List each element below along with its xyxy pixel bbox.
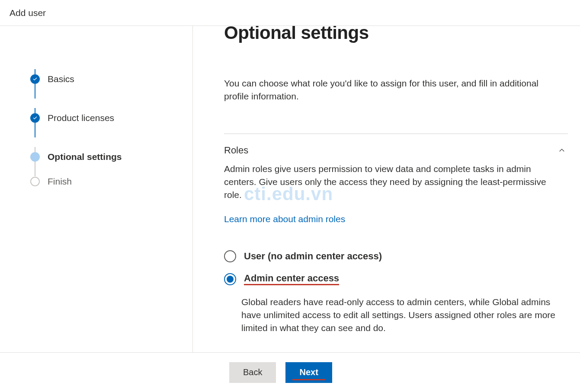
radio-label: User (no admin center access)	[244, 251, 382, 262]
step-product-licenses[interactable]: Product licenses	[30, 99, 192, 137]
radio-user-no-admin[interactable]: User (no admin center access)	[224, 250, 568, 262]
admin-access-description: Global readers have read-only access to …	[241, 296, 566, 334]
main-content: Optional settings You can choose what ro…	[193, 26, 580, 392]
back-button[interactable]: Back	[229, 362, 276, 383]
step-finish: Finish	[30, 176, 192, 187]
step-connector	[35, 108, 35, 137]
radio-icon[interactable]	[224, 273, 236, 285]
radio-admin-center-access[interactable]: Admin center access	[224, 273, 568, 285]
next-button[interactable]: Next	[285, 362, 332, 383]
step-basics[interactable]: Basics	[30, 60, 192, 99]
step-connector	[35, 69, 35, 99]
step-list: Basics Product licenses Optional setting…	[30, 60, 192, 187]
radio-icon[interactable]	[224, 250, 236, 262]
roles-section-title: Roles	[224, 145, 248, 156]
wizard-body: Basics Product licenses Optional setting…	[0, 26, 580, 392]
chevron-up-icon[interactable]	[556, 144, 568, 156]
step-future-icon	[30, 177, 40, 186]
step-sidebar: Basics Product licenses Optional setting…	[0, 26, 193, 392]
wizard-header: Add user	[0, 0, 580, 26]
annotation-underline	[292, 379, 325, 380]
roles-section-description: Admin roles give users permission to vie…	[224, 163, 566, 201]
step-done-icon	[30, 113, 40, 123]
page-title: Optional settings	[224, 26, 568, 43]
step-connector	[35, 147, 35, 176]
next-button-label: Next	[299, 367, 318, 377]
roles-section-header[interactable]: Roles	[224, 144, 568, 156]
wizard-footer: Back Next	[0, 352, 580, 392]
wizard-title: Add user	[10, 8, 46, 18]
step-label: Product licenses	[48, 113, 114, 123]
radio-label: Admin center access	[244, 273, 339, 285]
page-description: You can choose what role you'd like to a…	[224, 77, 566, 103]
learn-more-link[interactable]: Learn more about admin roles	[224, 214, 345, 224]
step-label: Optional settings	[48, 152, 122, 162]
step-active-icon	[30, 152, 40, 162]
section-divider	[224, 134, 568, 134]
step-label: Finish	[48, 176, 72, 187]
step-label: Basics	[48, 74, 74, 84]
step-done-icon	[30, 74, 40, 84]
step-optional-settings[interactable]: Optional settings	[30, 137, 192, 176]
